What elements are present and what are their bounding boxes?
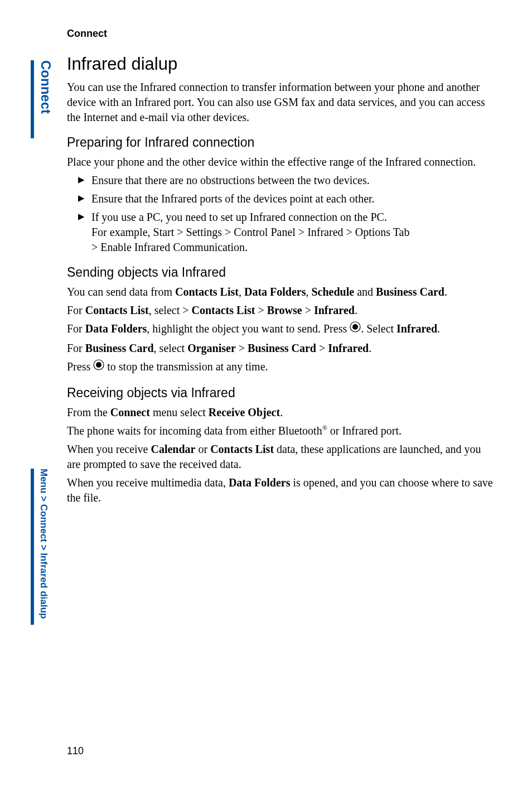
sending-p4: For Business Card, select Organiser > Bu… (67, 341, 496, 356)
text: . (437, 322, 440, 335)
sending-p2: For Contacts List, select > Contacts Lis… (67, 303, 496, 318)
text: For (67, 342, 85, 354)
text: From the (67, 406, 110, 418)
text: , (239, 286, 244, 298)
text: , highlight the object you want to send.… (147, 322, 350, 335)
bold-text: Connect (110, 406, 150, 418)
bold-text: Business Card (248, 342, 316, 354)
text: to stop the transmission at any time. (104, 360, 268, 373)
section-sending-title: Sending objects via Infrared (67, 265, 496, 280)
side-bar-bottom (31, 469, 34, 625)
page-header: Connect (67, 28, 496, 40)
bold-text: Contacts List (210, 443, 274, 455)
receiving-p4: When you receive multimedia data, Data F… (67, 475, 496, 505)
registered-mark: ® (322, 424, 327, 432)
receiving-p3: When you receive Calendar or Contacts Li… (67, 442, 496, 472)
bullet-line: For example, Start > Settings > Control … (91, 225, 496, 240)
section-preparing-title: Preparing for Infrared connection (67, 135, 496, 150)
page-number: 110 (67, 745, 84, 757)
bold-text: Organiser (187, 342, 236, 354)
receiving-p1: From the Connect menu select Receive Obj… (67, 405, 496, 420)
text: > (302, 304, 314, 316)
bullet-item: Ensure that the Infrared ports of the de… (78, 191, 496, 206)
bullet-item: Ensure that there are no obstructions be… (78, 173, 496, 188)
text: The phone waits for incoming data from e… (67, 425, 322, 437)
bold-text: Contacts List (175, 286, 239, 298)
sending-p3: For Data Folders, highlight the object y… (67, 321, 496, 337)
side-label-breadcrumb: Menu > Connect > Infrared dialup (38, 469, 49, 619)
side-bar-top (31, 60, 34, 138)
text: . Select (361, 322, 396, 335)
bold-text: Data Folders (85, 322, 147, 335)
intro-paragraph: You can use the Infrared connection to t… (67, 80, 496, 125)
bold-text: Infrared (396, 322, 437, 335)
text: , (306, 286, 311, 298)
bold-text: Infrared (314, 304, 355, 316)
svg-point-1 (352, 324, 358, 330)
bold-text: Infrared (328, 342, 369, 354)
side-label-connect: Connect (38, 60, 54, 114)
side-rail: Connect Menu > Connect > Infrared dialup (31, 0, 56, 786)
bold-text: Business Card (376, 286, 444, 298)
text: > (316, 342, 328, 354)
text: > (255, 304, 267, 316)
sending-p5: Press to stop the transmission at any ti… (67, 359, 496, 375)
receiving-p2: The phone waits for incoming data from e… (67, 423, 496, 438)
bold-text: Business Card (85, 342, 154, 354)
text: . (355, 304, 357, 316)
text: , select > (149, 304, 192, 316)
text: When you receive multimedia data, (67, 476, 229, 489)
bullet-line: > Enable Infrared Communication. (91, 240, 496, 255)
text: or (195, 443, 210, 455)
text: You can send data from (67, 286, 175, 298)
bold-text: Calendar (151, 443, 195, 455)
nav-button-icon (350, 321, 361, 336)
text: . (444, 286, 447, 298)
bold-text: Receive Object (209, 406, 280, 418)
page-content: Connect Infrared dialup You can use the … (67, 28, 496, 509)
text: For (67, 322, 85, 335)
bold-text: Contacts List (192, 304, 255, 316)
text: , select (154, 342, 188, 354)
bullet-item: If you use a PC, you need to set up Infr… (78, 210, 496, 255)
section-preparing-p1: Place your phone and the other device wi… (67, 155, 496, 170)
bold-text: Contacts List (85, 304, 149, 316)
preparing-bullet-list: Ensure that there are no obstructions be… (78, 173, 496, 255)
bold-text: Data Folders (229, 476, 291, 489)
text: When you receive (67, 443, 151, 455)
svg-point-3 (96, 362, 101, 368)
section-receiving-title: Receiving objects via Infrared (67, 385, 496, 401)
bold-text: Data Folders (244, 286, 306, 298)
page-title: Infrared dialup (67, 54, 496, 74)
bullet-line: If you use a PC, you need to set up Infr… (91, 211, 387, 223)
text: . (369, 342, 371, 354)
sending-p1: You can send data from Contacts List, Da… (67, 284, 496, 300)
text: and (354, 286, 376, 298)
text: > (236, 342, 248, 354)
text: For (67, 304, 85, 316)
text: . (280, 406, 283, 418)
text: or Infrared port. (327, 425, 402, 437)
bold-text: Schedule (311, 286, 354, 298)
text: Press (67, 360, 93, 373)
bold-text: Browse (267, 304, 302, 316)
nav-button-icon (93, 359, 104, 374)
text: menu select (150, 406, 209, 418)
